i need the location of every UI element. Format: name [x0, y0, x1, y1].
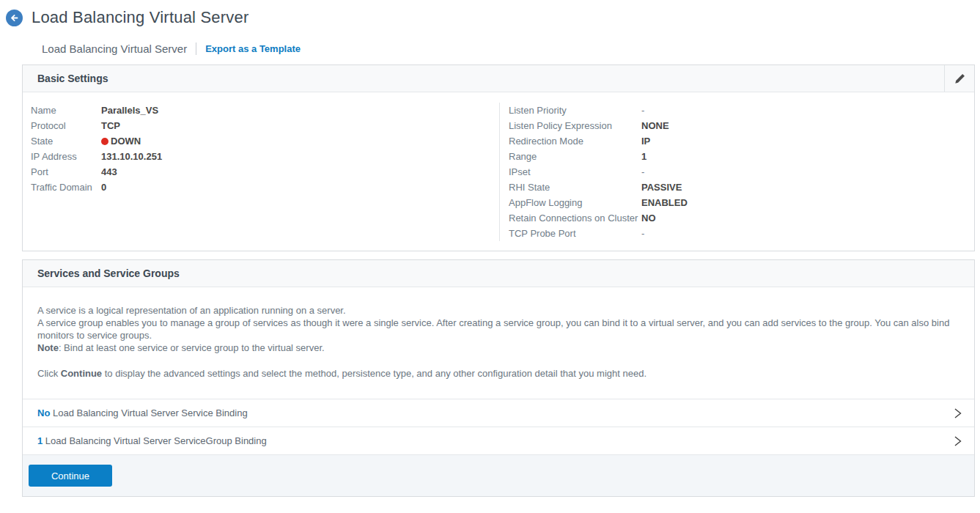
- field-traffic-domain: Traffic Domain 0: [31, 180, 499, 195]
- back-button[interactable]: [6, 10, 23, 26]
- service-binding-label: Load Balancing Virtual Server Service Bi…: [53, 407, 248, 418]
- service-binding-count: No: [37, 407, 50, 418]
- field-state: State DOWN: [31, 133, 499, 149]
- chevron-right-icon: [952, 407, 962, 419]
- services-click-continue-hint: Click Continue to display the advanced s…: [37, 367, 959, 380]
- basic-settings-right-column: Listen Priority - Listen Policy Expressi…: [499, 103, 974, 241]
- services-footer: Continue: [23, 454, 974, 496]
- back-arrow-icon: [10, 13, 19, 23]
- subheader-divider: [196, 43, 196, 55]
- field-port: Port 443: [31, 164, 499, 180]
- field-ip-address: IP Address 131.10.10.251: [31, 149, 499, 164]
- services-description: A service is a logical representation of…: [23, 287, 974, 399]
- servicegroup-binding-row[interactable]: 1 Load Balancing Virtual Server ServiceG…: [23, 427, 974, 454]
- pencil-edit-icon: [954, 73, 965, 84]
- services-description-line1: A service is a logical representation of…: [37, 304, 959, 317]
- field-rhi-state: RHI State PASSIVE: [509, 180, 974, 195]
- edit-basic-settings-button[interactable]: [944, 65, 974, 92]
- field-ipset: IPset -: [509, 164, 974, 180]
- field-redirection-mode: Redirection Mode IP: [509, 133, 974, 149]
- basic-settings-panel: Basic Settings Name Parallels_VS Protoco…: [22, 64, 975, 251]
- subheader-tab-label: Load Balancing Virtual Server: [42, 43, 187, 55]
- chevron-right-icon: [952, 435, 962, 447]
- basic-settings-header: Basic Settings: [23, 65, 974, 92]
- services-description-line2: A service group enables you to manage a …: [37, 317, 959, 342]
- basic-settings-left-column: Name Parallels_VS Protocol TCP State DOW…: [23, 103, 499, 241]
- continue-button[interactable]: Continue: [29, 465, 112, 487]
- page-title: Load Balancing Virtual Server: [32, 8, 248, 27]
- service-binding-row[interactable]: No Load Balancing Virtual Server Service…: [23, 399, 974, 427]
- field-listen-priority: Listen Priority -: [509, 103, 974, 118]
- services-panel: Services and Service Groups A service is…: [22, 259, 975, 497]
- field-appflow-logging: AppFlow Logging ENABLED: [509, 195, 974, 210]
- state-value: DOWN: [111, 136, 141, 147]
- basic-settings-title: Basic Settings: [37, 73, 108, 84]
- field-protocol: Protocol TCP: [31, 118, 499, 133]
- field-tcp-probe-port: TCP Probe Port -: [509, 226, 974, 241]
- services-title: Services and Service Groups: [37, 267, 180, 279]
- export-as-template-link[interactable]: Export as a Template: [205, 43, 301, 54]
- servicegroup-binding-count: 1: [37, 435, 43, 446]
- field-listen-policy-expression: Listen Policy Expression NONE: [509, 118, 974, 133]
- field-range: Range 1: [509, 149, 974, 164]
- services-header: Services and Service Groups: [23, 260, 974, 287]
- subheader: Load Balancing Virtual Server Export as …: [42, 41, 980, 56]
- services-note: Note: Bind at least one service or servi…: [37, 342, 959, 354]
- app-header: Load Balancing Virtual Server: [0, 0, 980, 27]
- basic-settings-content: Name Parallels_VS Protocol TCP State DOW…: [23, 92, 974, 251]
- field-retain-connections-on-cluster: Retain Connections on Cluster NO: [509, 210, 974, 226]
- field-name: Name Parallels_VS: [31, 103, 499, 118]
- servicegroup-binding-label: Load Balancing Virtual Server ServiceGro…: [45, 435, 267, 446]
- status-down-dot: [101, 138, 108, 145]
